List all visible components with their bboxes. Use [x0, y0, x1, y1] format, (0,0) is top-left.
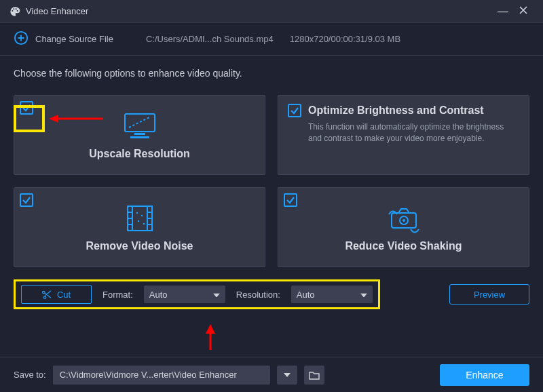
save-path-text: C:\Vidmore\Vidmore V...erter\Video Enhan… — [60, 370, 237, 380]
svg-rect-1 — [125, 114, 155, 132]
save-path-field[interactable]: C:\Vidmore\Vidmore V...erter\Video Enhan… — [53, 366, 270, 385]
svg-point-20 — [402, 219, 405, 222]
annotation-arrow-top — [49, 114, 103, 123]
card-title: Reduce Video Shaking — [345, 240, 462, 252]
card-optimize-brightness[interactable]: Optimize Brightness and Contrast This fu… — [278, 95, 529, 175]
card-upscale-resolution[interactable]: Upscale Resolution — [14, 95, 265, 175]
title-bar: Video Enhancer — — [0, 0, 543, 23]
card-title: Remove Video Noise — [86, 240, 193, 252]
checkbox-brightness[interactable] — [288, 104, 301, 117]
source-bar: Change Source File C:/Users/ADMI...ch So… — [0, 23, 543, 56]
minimize-button[interactable]: — — [493, 5, 513, 18]
source-file-path: C:/Users/ADMI...ch Sounds.mp4 — [146, 34, 274, 44]
card-reduce-shaking[interactable]: Reduce Video Shaking — [278, 187, 529, 267]
cut-button[interactable]: Cut — [21, 285, 92, 304]
svg-point-16 — [137, 220, 138, 222]
change-source-link[interactable]: Change Source File — [35, 34, 113, 44]
card-title: Upscale Resolution — [89, 148, 189, 160]
controls-row: Cut Format: Auto Resolution: Auto Previe… — [14, 279, 529, 309]
close-button[interactable] — [513, 5, 533, 18]
svg-rect-3 — [134, 133, 145, 135]
card-description: This function will automatically optimiz… — [288, 121, 519, 145]
scissors-icon — [42, 290, 52, 299]
folder-icon — [309, 370, 320, 380]
resolution-value: Auto — [297, 290, 315, 300]
save-to-label: Save to: — [14, 370, 46, 380]
preview-button[interactable]: Preview — [449, 284, 529, 305]
chevron-down-icon — [284, 373, 291, 377]
resolution-label: Resolution: — [236, 290, 280, 300]
svg-rect-4 — [130, 136, 149, 138]
format-select[interactable]: Auto — [144, 286, 225, 303]
source-file-meta: 1280x720/00:00:31/9.03 MB — [290, 34, 400, 44]
film-noise-icon — [124, 202, 156, 235]
format-value: Auto — [149, 290, 168, 300]
chevron-down-icon — [213, 290, 220, 300]
footer-bar: Save to: C:\Vidmore\Vidmore V...erter\Vi… — [0, 357, 543, 392]
annotation-arrow-bottom — [204, 324, 217, 350]
cut-button-label: Cut — [57, 290, 71, 300]
instruction-text: Choose the following options to enhance … — [14, 68, 529, 79]
checkbox-upscale[interactable] — [20, 101, 33, 115]
monitor-upscale-icon — [121, 110, 159, 142]
format-label: Format: — [102, 290, 133, 300]
svg-marker-24 — [206, 324, 215, 334]
checkbox-noise[interactable] — [20, 193, 33, 207]
enhance-button-label: Enhance — [466, 370, 503, 380]
app-palette-icon — [10, 6, 20, 17]
enhance-button[interactable]: Enhance — [440, 364, 529, 386]
card-remove-noise[interactable]: Remove Video Noise — [14, 187, 265, 267]
annotation-controls-highlight: Cut Format: Auto Resolution: Auto — [14, 279, 380, 309]
card-title: Optimize Brightness and Contrast — [308, 104, 484, 117]
svg-marker-22 — [49, 115, 58, 123]
svg-point-17 — [143, 223, 144, 224]
app-title: Video Enhancer — [26, 6, 493, 16]
checkbox-shaking[interactable] — [284, 193, 297, 207]
browse-folder-button[interactable] — [304, 366, 324, 385]
add-source-icon[interactable] — [14, 31, 29, 47]
save-path-dropdown[interactable] — [277, 366, 297, 385]
main-area: Choose the following options to enhance … — [0, 56, 543, 317]
chevron-down-icon — [360, 290, 367, 300]
resolution-select[interactable]: Auto — [291, 286, 373, 303]
svg-line-2 — [129, 117, 151, 128]
svg-point-15 — [141, 215, 142, 216]
svg-point-14 — [136, 212, 137, 214]
camera-shake-icon — [383, 202, 424, 235]
preview-button-label: Preview — [474, 290, 505, 300]
